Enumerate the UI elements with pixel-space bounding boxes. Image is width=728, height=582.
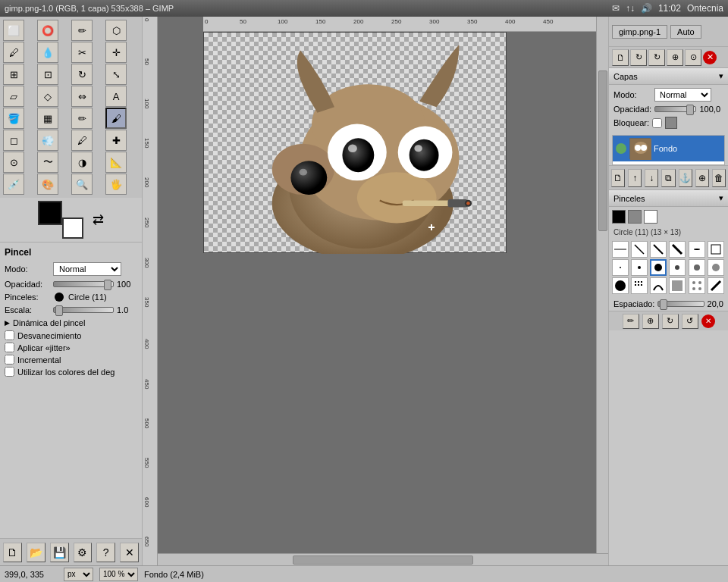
- hscroll-thumb[interactable]: [293, 555, 473, 565]
- dynamics-row[interactable]: ▶ Dinámica del pincel: [5, 318, 137, 327]
- tool-rect-select[interactable]: ⬜: [3, 20, 24, 41]
- tool-eyedrop[interactable]: 💉: [3, 174, 24, 195]
- tool-eraser[interactable]: ◻: [3, 130, 24, 151]
- tool-smudge[interactable]: 〜: [37, 152, 58, 173]
- opacity-thumb[interactable]: [104, 280, 111, 290]
- tool-measure[interactable]: 📐: [105, 152, 127, 173]
- brush-item-4[interactable]: [669, 241, 686, 258]
- brushes-edit-button[interactable]: ✏: [623, 314, 639, 329]
- mini-panel-label[interactable]: gimp.png-1: [612, 25, 667, 39]
- brush-item-11[interactable]: [689, 259, 705, 276]
- layers-mode-select[interactable]: Normal Multiply: [654, 88, 711, 102]
- fg-color-swatch[interactable]: [38, 201, 62, 225]
- unit-select[interactable]: px mm in: [64, 568, 93, 581]
- opacity-slider[interactable]: [53, 281, 114, 287]
- zoom-select[interactable]: 100 % 50 % 200 %: [99, 568, 138, 581]
- tool-free-select[interactable]: ✏: [71, 20, 93, 41]
- help-button[interactable]: ?: [96, 543, 115, 562]
- tool-airbrush[interactable]: 💨: [37, 130, 58, 151]
- tool-color-select[interactable]: 💧: [37, 42, 58, 63]
- layer-merge-button[interactable]: ⊕: [695, 169, 709, 187]
- tool-text[interactable]: A: [105, 86, 127, 107]
- brush-item-5[interactable]: [689, 241, 705, 258]
- save-button[interactable]: 💾: [50, 543, 69, 562]
- brush-item-1[interactable]: [612, 241, 629, 258]
- brush-item-13[interactable]: [612, 277, 629, 294]
- tool-bucket[interactable]: 🪣: [3, 108, 24, 129]
- layers-opacity-thumb[interactable]: [686, 105, 694, 115]
- tool-perspective[interactable]: ◇: [37, 86, 58, 107]
- tool-ink[interactable]: 🖊: [71, 130, 93, 151]
- canvas-area[interactable]: 0 50 100 150 200 250 300 350 400 450 0 5…: [143, 17, 608, 565]
- spacing-thumb[interactable]: [660, 299, 667, 310]
- tool-hand[interactable]: 🖐: [105, 174, 127, 195]
- brush-item-6[interactable]: [708, 241, 724, 258]
- quit-button[interactable]: ✕: [120, 543, 139, 562]
- lock-alpha-checkbox[interactable]: [652, 118, 662, 128]
- layer-item-fondo[interactable]: Fondo: [613, 136, 724, 161]
- brush-item-10[interactable]: [669, 259, 686, 276]
- swap-colors-icon[interactable]: ⇄: [93, 211, 104, 228]
- new-image-button[interactable]: 🗋: [3, 543, 22, 562]
- tool-scale[interactable]: ⤡: [105, 64, 127, 85]
- tool-dodge[interactable]: ◑: [71, 152, 93, 173]
- tool-brush[interactable]: 🖌: [105, 108, 127, 129]
- incremental-checkbox[interactable]: [5, 355, 14, 365]
- tool-pencil[interactable]: ✏: [71, 108, 93, 129]
- brush-item-16[interactable]: [669, 277, 686, 294]
- layer-up-button[interactable]: ↑: [628, 169, 642, 187]
- tool-clone[interactable]: ⊙: [3, 152, 24, 173]
- bg-color-swatch[interactable]: [62, 217, 83, 239]
- brush-item-15[interactable]: [650, 277, 667, 294]
- layers-tool-5[interactable]: ⊙: [685, 49, 701, 66]
- tool-shear[interactable]: ▱: [3, 86, 24, 107]
- layers-tool-1[interactable]: 🗋: [612, 49, 629, 66]
- brush-item-2[interactable]: [631, 241, 648, 258]
- fading-checkbox[interactable]: [5, 330, 14, 340]
- tool-color-picker[interactable]: 🎨: [37, 174, 58, 195]
- brushes-refresh-button[interactable]: ↻: [662, 314, 679, 329]
- layer-anchor-button[interactable]: ⚓: [679, 169, 692, 187]
- prefs-button[interactable]: ⚙: [74, 543, 93, 562]
- spacing-slider[interactable]: [657, 301, 704, 307]
- vscroll-thumb[interactable]: [598, 70, 607, 231]
- brush-item-12[interactable]: [708, 259, 724, 276]
- tool-scissors[interactable]: ✂: [71, 42, 93, 63]
- horizontal-scrollbar[interactable]: [158, 553, 608, 565]
- layers-tool-close[interactable]: ✕: [703, 51, 717, 64]
- open-button[interactable]: 📂: [27, 543, 46, 562]
- brush-mid-swatch[interactable]: [628, 210, 642, 224]
- brushes-new-button[interactable]: ⊕: [642, 314, 659, 329]
- layer-new-button[interactable]: 🗋: [611, 169, 625, 187]
- brush-item-14[interactable]: [631, 277, 648, 294]
- scale-thumb[interactable]: [55, 305, 63, 316]
- brush-item-7[interactable]: [612, 259, 629, 276]
- tool-zoom[interactable]: 🔍: [71, 174, 93, 195]
- tool-rotate[interactable]: ↻: [71, 64, 93, 85]
- tool-fuzzy-select[interactable]: ⬡: [105, 20, 127, 41]
- layer-visibility-icon[interactable]: [616, 143, 626, 154]
- brush-bg-swatch[interactable]: [644, 210, 657, 224]
- tool-heal[interactable]: ✚: [105, 130, 127, 151]
- brush-item-18[interactable]: [708, 277, 724, 294]
- layers-tool-4[interactable]: ⊕: [667, 49, 683, 66]
- vertical-scrollbar[interactable]: [596, 17, 608, 553]
- layers-opacity-slider[interactable]: [654, 106, 696, 112]
- layers-tool-2[interactable]: ↻: [630, 49, 647, 66]
- tool-crop[interactable]: ⊡: [37, 64, 58, 85]
- jitter-checkbox[interactable]: [5, 343, 14, 352]
- layers-tool-3[interactable]: ↻: [648, 49, 665, 66]
- tool-align[interactable]: ⊞: [3, 64, 24, 85]
- mini-panel-auto[interactable]: Auto: [670, 25, 701, 39]
- tool-gradient[interactable]: ▦: [37, 108, 58, 129]
- colors-checkbox[interactable]: [5, 367, 14, 377]
- layer-down-button[interactable]: ↓: [645, 169, 658, 187]
- tool-ellipse-select[interactable]: ⭕: [37, 20, 58, 41]
- tool-move[interactable]: ✛: [105, 42, 127, 63]
- brush-item-8[interactable]: [631, 259, 648, 276]
- scale-slider[interactable]: [53, 307, 114, 313]
- brushes-close-button[interactable]: ✕: [701, 314, 715, 328]
- tool-flip[interactable]: ⇔: [71, 86, 93, 107]
- layer-duplicate-button[interactable]: ⧉: [661, 169, 675, 187]
- layer-delete-button[interactable]: 🗑: [712, 169, 726, 187]
